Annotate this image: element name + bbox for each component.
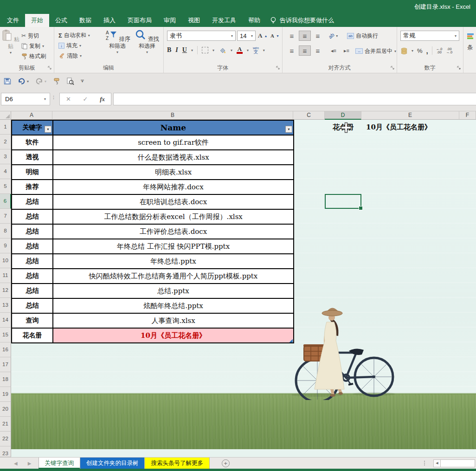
fill-color-icon[interactable] — [219, 47, 226, 54]
name-filter-button[interactable]: ▼ — [285, 126, 292, 133]
merge-center-button[interactable]: ↔合并后居中▾ — [355, 46, 396, 56]
name-cell[interactable]: screen to gif.rar软件 — [53, 135, 294, 150]
increase-indent-button[interactable]: ▸≡ — [341, 45, 353, 56]
clipboard-dialog-launcher-icon[interactable] — [48, 66, 52, 71]
name-cell[interactable]: 明细表.xlsx — [53, 165, 294, 180]
formula-input[interactable] — [113, 93, 476, 105]
row-header-4[interactable]: 4 — [0, 164, 11, 179]
row-header-18[interactable]: 18 — [0, 372, 11, 387]
keyword-cell[interactable]: 总结 — [12, 239, 53, 254]
ribbon-tab-插入[interactable]: 插入 — [97, 14, 122, 27]
number-dialog-launcher-icon[interactable] — [457, 66, 462, 71]
scroll-track[interactable] — [441, 459, 475, 467]
ribbon-tab-开始[interactable]: 开始 — [25, 14, 49, 27]
alignment-dialog-launcher-icon[interactable] — [391, 66, 395, 71]
sheet-nav-left-icon[interactable]: ◀ — [14, 461, 18, 466]
align-center-button[interactable]: ≡ — [299, 45, 311, 56]
keyword-filter-button[interactable]: ▼ — [45, 126, 51, 133]
selected-cell-D6[interactable] — [325, 194, 361, 209]
column-header-D[interactable]: D — [325, 111, 361, 120]
orientation-button[interactable]: ab▾ — [328, 31, 338, 41]
paste-button[interactable]: 粘贴 ▾ — [2, 29, 19, 55]
keyword-cell[interactable]: 软件 — [12, 135, 53, 150]
align-middle-button[interactable]: ≡ — [299, 31, 311, 41]
italic-button[interactable]: I — [175, 46, 178, 54]
font-name-combo[interactable]: 隶书▾ — [167, 31, 236, 41]
scrollbar-splitter[interactable] — [424, 461, 425, 465]
decrease-indent-button[interactable]: ◂≡ — [328, 45, 340, 56]
increase-decimal-button[interactable]: ←.0 .00 — [436, 47, 443, 54]
row-header-20[interactable]: 20 — [0, 402, 11, 417]
row-header-19[interactable]: 19 — [0, 387, 11, 402]
column-header-E[interactable]: E — [361, 111, 459, 120]
name-cell[interactable]: 在职培训总结表.docx — [53, 194, 294, 209]
keyword-cell[interactable]: 总结 — [12, 194, 53, 209]
row-header-8[interactable]: 8 — [0, 224, 11, 239]
align-bottom-button[interactable]: ≡ — [312, 31, 324, 41]
cut-button[interactable]: ✂剪切 — [21, 31, 46, 41]
name-cell[interactable]: 工作总结数据分析表excel（工作周报）.xlsx — [53, 209, 294, 224]
font-dialog-launcher-icon[interactable] — [276, 66, 281, 71]
row-header-1[interactable]: 1 — [0, 120, 11, 135]
row-header-12[interactable]: 12 — [0, 283, 11, 298]
cell-E1[interactable]: 10月《员工花名册》 — [361, 120, 431, 135]
ribbon-tab-开发工具[interactable]: 开发工具 — [206, 14, 242, 27]
undo-button[interactable]: ▾ — [18, 78, 29, 84]
table-resize-corner[interactable] — [289, 339, 293, 342]
row-header-16[interactable]: 16 — [0, 342, 11, 357]
name-box[interactable]: D6▾ — [1, 93, 50, 105]
keyword-cell[interactable]: 推荐 — [12, 180, 53, 194]
keyword-cell[interactable]: 总结 — [12, 284, 53, 298]
new-sheet-button[interactable]: + — [222, 459, 230, 467]
row-header-11[interactable]: 11 — [0, 268, 11, 283]
redo-button[interactable]: ▾ — [35, 78, 46, 84]
shrink-font-button[interactable]: A▼ — [270, 31, 279, 41]
qat-customize-button[interactable]: ▾ — [81, 80, 84, 83]
column-header-B[interactable]: B — [52, 111, 293, 120]
select-all-corner[interactable] — [0, 111, 11, 120]
align-right-button[interactable]: ≡ — [312, 45, 324, 56]
insert-function-button[interactable]: fx — [100, 96, 105, 103]
keyword-cell[interactable]: 查询 — [12, 313, 53, 328]
row-header-17[interactable]: 17 — [0, 357, 11, 372]
name-cell[interactable]: 快闪酷炫特效工作总结商务通用个人简历ppt模板.pptx — [53, 269, 294, 284]
column-header-C[interactable]: C — [293, 111, 325, 120]
keyword-cell[interactable]: 花名册 — [12, 328, 53, 343]
underline-button[interactable]: U — [182, 46, 187, 54]
font-color-button[interactable]: A — [237, 46, 243, 54]
tell-me[interactable]: 告诉我你想要做什么 — [270, 14, 334, 27]
ribbon-tab-公式[interactable]: 公式 — [49, 14, 73, 27]
percent-button[interactable]: % — [417, 47, 423, 54]
row-header-13[interactable]: 13 — [0, 298, 11, 313]
format-painter-button[interactable]: 格式刷 — [21, 51, 46, 61]
row-header-23[interactable]: 23 — [0, 446, 11, 457]
align-top-button[interactable]: ≡ — [286, 31, 298, 41]
comma-button[interactable]: , — [426, 47, 428, 55]
name-cell[interactable]: 总结.pptx — [53, 284, 294, 298]
column-header-A[interactable]: A — [11, 111, 52, 120]
row-header-22[interactable]: 22 — [0, 432, 11, 446]
name-cell[interactable]: 年终总结.pptx — [53, 254, 294, 269]
name-cell[interactable]: 人事查询.xlsx — [53, 313, 294, 328]
keyword-cell[interactable]: 总结 — [12, 298, 53, 313]
keyword-cell[interactable]: 总结 — [12, 254, 53, 269]
keyword-cell[interactable]: 总结 — [12, 224, 53, 239]
ribbon-tab-数据[interactable]: 数据 — [73, 14, 97, 27]
name-cell[interactable]: 什么是数据透视表.xlsx — [53, 150, 294, 165]
row-header-5[interactable]: 5 — [0, 179, 11, 194]
sheet-tab-关键字查询[interactable]: 关键字查询 — [39, 458, 80, 469]
row-header-7[interactable]: 7 — [0, 209, 11, 224]
name-cell[interactable]: 年终总结 工作汇报 快闪PPT模.pptx — [53, 239, 294, 254]
borders-icon[interactable] — [202, 47, 208, 53]
row-header-14[interactable]: 14 — [0, 313, 11, 328]
cancel-button[interactable]: ✕ — [66, 96, 71, 103]
phonetic-button[interactable]: wén文 — [253, 46, 259, 54]
sort-filter-button[interactable]: AZ 排序和筛选 ▾ — [102, 29, 133, 55]
bold-button[interactable]: B — [167, 46, 171, 54]
row-header-3[interactable]: 3 — [0, 149, 11, 164]
keyword-cell[interactable]: 明细 — [12, 165, 53, 180]
fill-handle[interactable] — [359, 206, 363, 210]
row-header-15[interactable]: 15 — [0, 328, 11, 342]
ribbon-tab-页面布局[interactable]: 页面布局 — [122, 14, 158, 27]
font-size-combo[interactable]: 14▾ — [237, 31, 256, 41]
